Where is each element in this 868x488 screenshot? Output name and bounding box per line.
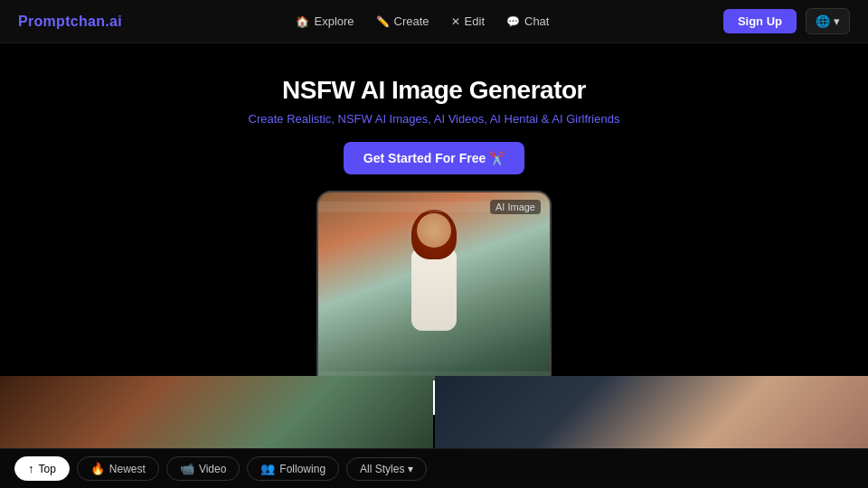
following-icon: 👥 <box>260 462 275 475</box>
chat-icon: 💬 <box>506 15 520 28</box>
newest-label: Newest <box>109 463 146 475</box>
filter-bar: ↑ Top 🔥 Newest 📹 Video 👥 Following All S… <box>0 448 868 488</box>
filter-all-styles[interactable]: All Styles ▾ <box>346 457 427 481</box>
create-icon: ✏️ <box>376 15 390 28</box>
nav-right: Sign Up 🌐 ▾ <box>723 8 850 34</box>
following-label: Following <box>279 463 326 475</box>
nav-chat[interactable]: 💬 Chat <box>506 14 549 28</box>
logo-text: Promptchan <box>18 14 105 29</box>
hero-title: NSFW AI Image Generator <box>282 76 586 105</box>
globe-button[interactable]: 🌐 ▾ <box>806 8 850 34</box>
image-card-wrapper: AI Image Edit ✂️ <box>316 191 552 408</box>
filter-video[interactable]: 📹 Video <box>166 456 240 481</box>
preview-thumb-left[interactable] <box>0 376 433 448</box>
video-icon: 📹 <box>180 462 194 475</box>
filter-top[interactable]: ↑ Top <box>14 456 70 481</box>
nav-edit[interactable]: ✕ Edit <box>451 14 485 28</box>
logo-suffix: .ai <box>105 14 122 29</box>
signup-button[interactable]: Sign Up <box>723 9 797 33</box>
figure-body <box>411 249 457 331</box>
filter-following[interactable]: 👥 Following <box>247 456 339 481</box>
top-label: Top <box>39 463 56 475</box>
chat-label: Chat <box>524 14 549 28</box>
edit-label: Edit <box>465 14 485 28</box>
logo: Promptchan.ai <box>18 14 122 30</box>
hero-section: NSFW AI Image Generator Create Realistic… <box>0 43 868 408</box>
filter-newest[interactable]: 🔥 Newest <box>77 456 159 481</box>
newest-icon: 🔥 <box>90 462 105 475</box>
create-label: Create <box>394 14 429 28</box>
top-icon: ↑ <box>28 462 34 475</box>
globe-icon: 🌐 <box>816 14 830 28</box>
nav-create[interactable]: ✏️ Create <box>376 14 429 28</box>
image-card: AI Image <box>316 191 552 399</box>
cta-button[interactable]: Get Started For Free ✂️ <box>344 142 524 174</box>
globe-chevron: ▾ <box>834 14 840 28</box>
figure-head <box>417 213 451 248</box>
preview-strip <box>0 376 868 448</box>
nav-links: 🏠 Explore ✏️ Create ✕ Edit 💬 Chat <box>296 14 549 28</box>
figure <box>393 213 475 376</box>
all-styles-label: All Styles ▾ <box>360 463 413 475</box>
explore-label: Explore <box>314 14 354 28</box>
navbar: Promptchan.ai 🏠 Explore ✏️ Create ✕ Edit… <box>0 0 868 43</box>
explore-icon: 🏠 <box>296 15 309 28</box>
edit-icon: ✕ <box>451 15 460 28</box>
video-label: Video <box>199 463 226 475</box>
ai-image-label: AI Image <box>490 200 541 214</box>
ai-image <box>318 192 550 397</box>
nav-explore[interactable]: 🏠 Explore <box>296 14 354 28</box>
preview-thumb-right[interactable] <box>435 376 868 448</box>
hero-subtitle: Create Realistic, NSFW AI Images, AI Vid… <box>249 112 620 126</box>
